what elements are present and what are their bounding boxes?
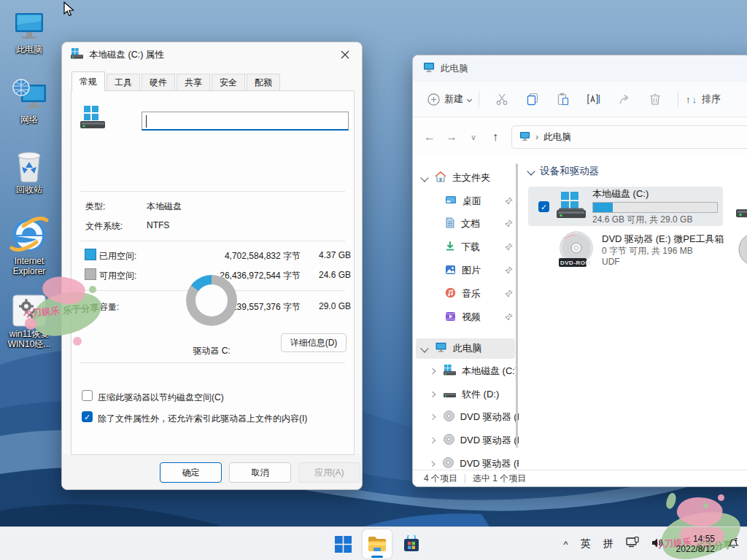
explorer-tab-title[interactable]: 此电脑 [441,63,468,75]
pin-icon [505,312,513,323]
volume-icon[interactable] [651,537,664,551]
sidebar-item-label: 下载 [461,241,480,254]
sidebar-item-disk-c[interactable]: 本地磁盘 (C:) [413,360,519,382]
sidebar-item-home[interactable]: 主文件夹 [413,167,519,189]
this-pc-icon [423,62,435,75]
this-pc-icon [435,342,447,355]
sidebar-item-music[interactable]: 音乐 [413,283,519,305]
hidden-icons-chevron[interactable]: ^ [564,539,568,550]
tab-sharing[interactable]: 共享 [177,74,210,91]
microsoft-store-icon [403,535,420,553]
forward-icon[interactable]: → [441,131,462,144]
tab-hardware[interactable]: 硬件 [142,74,175,91]
explorer-nav-bar: ← → ∨ ↑ › 此电脑 [413,118,747,156]
desktop-icon-this-pc[interactable]: 此电脑 [1,9,57,55]
general-tab-page: 类型: 本地磁盘 文件系统: NTFS 已用空间: 4,702,584,832 … [71,90,355,455]
tile-checkbox[interactable]: ✓ [538,201,549,212]
desktop-icon-network[interactable]: 网络 [1,79,57,125]
sidebar-item-pictures[interactable]: 图片 [413,260,519,281]
paste-button[interactable] [548,93,578,106]
copy-icon [526,93,539,106]
compress-checkbox-label[interactable]: 压缩此驱动器以节约磁盘空间(C) [98,392,224,404]
rename-button[interactable] [578,93,609,106]
pin-icon [505,265,513,276]
taskbar-file-explorer[interactable] [363,529,392,559]
new-button[interactable]: 新建 [427,93,471,106]
desktop-icon-label: 网络 [1,114,57,125]
share-button[interactable] [609,93,640,106]
dvd-rom-icon: DVD-ROM [557,230,595,271]
tab-general[interactable]: 常规 [71,71,105,91]
sidebar-scrollbar[interactable] [516,163,518,448]
chevron-right-icon[interactable] [430,414,436,420]
up-icon[interactable]: ↑ [484,131,506,144]
chevron-right-icon[interactable] [430,438,436,443]
ime-language-button[interactable]: 英 [581,537,591,551]
tab-quota[interactable]: 配额 [247,74,280,91]
desktop: 此电脑 网络 [0,0,747,560]
apply-button[interactable]: 应用(A) [298,462,360,483]
sidebar-item-this-pc[interactable]: 此电脑 [413,338,519,359]
drive-tile-c[interactable]: ✓ 本地磁盘 (C:) 24.6 GB 可用, 共 29.0 GB [528,187,723,226]
drive-tile-dvd-e[interactable]: DVD-ROM DVD 驱动器 (E:) 微PE工具箱 0 字节 可用, 共 1… [528,230,723,270]
chevron-right-icon[interactable] [430,368,436,374]
taskbar-microsoft-store[interactable] [399,529,424,559]
details-button[interactable]: 详细信息(D) [281,333,347,352]
desktop-icon-recycle-bin[interactable]: 回收站 [1,149,57,195]
cancel-button[interactable]: 取消 [229,462,291,483]
copy-button[interactable] [517,93,548,106]
notification-bell-icon[interactable] [727,537,740,552]
group-header-devices[interactable]: 设备和驱动器 [528,165,599,178]
cut-button[interactable] [487,93,517,106]
drive-fs: UDF [602,257,724,268]
start-button[interactable] [330,529,355,559]
back-icon[interactable]: ← [419,131,441,144]
gears-icon [1,293,57,327]
dialog-tabs: 常规 工具 硬件 共享 安全 配额 [71,71,282,91]
pin-icon [505,242,513,253]
dialog-title: 本地磁盘 (C:) 属性 [89,49,164,61]
sidebar-item-videos[interactable]: 视频 [413,306,519,328]
chevron-right-icon[interactable] [430,461,436,467]
toolbar-divider [678,91,678,107]
breadcrumb-this-pc[interactable]: 此电脑 [543,131,571,144]
group-header-label: 设备和驱动器 [540,165,599,178]
explorer-toolbar: 新建 ↑ ↓ [413,82,747,117]
sidebar-item-dvd-f[interactable]: DVD 驱动器 (F [413,429,519,451]
address-bar[interactable]: › 此电脑 [511,125,747,149]
tab-security[interactable]: 安全 [212,74,245,91]
desktop-icon-internet-explorer[interactable]: Internet Explorer [1,213,57,276]
history-chevron-icon[interactable]: ∨ [462,133,484,142]
explorer-status-bar: 4 个项目 选中 1 个项目 [413,470,747,486]
sidebar-item-documents[interactable]: 文档 [413,213,519,235]
chevron-right-icon[interactable] [430,392,436,397]
desktop-icon-win11-restore[interactable]: win11恢复 WIN10经... [1,293,57,349]
ok-button[interactable]: 确定 [160,462,222,483]
desktop-icon-label: 回收站 [1,184,57,195]
drive-tile-partial[interactable] [736,191,747,217]
used-space-swatch [85,249,96,260]
used-space-bytes: 4,702,584,832 字节 [188,250,301,262]
sort-button[interactable]: ↑ ↓ 排序 [686,93,721,106]
ime-pinyin-button[interactable]: 拼 [603,537,614,551]
index-checkbox-label[interactable]: 除了文件属性外，还允许索引此驱动器上文件的内容(I) [98,413,307,425]
close-button[interactable] [328,43,361,66]
this-pc-icon [519,131,530,144]
delete-button[interactable] [640,93,670,106]
network-icon[interactable] [626,537,639,551]
divider [80,191,345,192]
sidebar-item-desktop[interactable]: 桌面 [413,190,519,212]
compress-checkbox[interactable] [82,390,93,401]
sidebar-item-dvd-e[interactable]: DVD 驱动器 (E [413,406,519,428]
volume-name-input[interactable] [142,112,349,131]
free-space-swatch [85,268,96,280]
text-caret [146,115,147,128]
sidebar-item-disk-d[interactable]: 软件 (D:) [413,384,519,405]
index-checkbox[interactable]: ✓ [82,411,93,422]
tab-tools[interactable]: 工具 [107,74,140,91]
sidebar-item-downloads[interactable]: 下载 [413,236,519,258]
pin-icon [505,289,513,300]
drive-tile-partial[interactable] [736,232,747,268]
dvd-icon [444,411,454,424]
taskbar-clock[interactable]: 14:55 2022/8/12 [676,534,715,554]
